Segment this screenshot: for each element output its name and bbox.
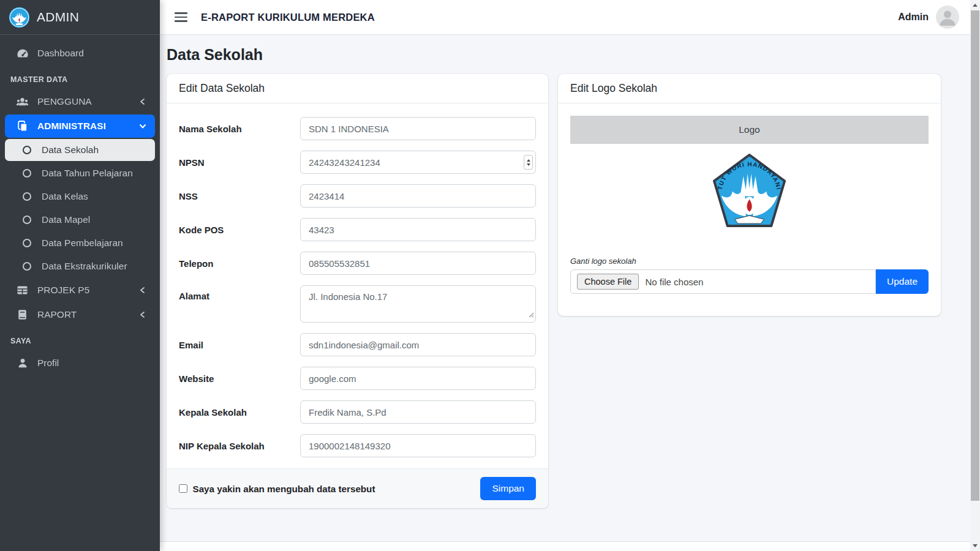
book-icon <box>15 309 30 321</box>
confirm-checkbox[interactable] <box>179 484 187 493</box>
hamburger-menu-icon[interactable] <box>175 10 187 24</box>
field-label: NSS <box>179 191 300 201</box>
nama-sekolah-input[interactable] <box>300 117 536 140</box>
form-row: Kode POS <box>179 218 536 241</box>
form-row: Nama Sekolah <box>179 117 536 140</box>
sidebar-item-label: Dashboard <box>37 48 84 59</box>
sidebar-item-data-pembelajaran[interactable]: Data Pembelajaran <box>5 232 155 254</box>
nip-kepala-sekolah-input[interactable] <box>300 434 536 457</box>
brand-title: ADMIN <box>37 10 79 24</box>
sidebar-item-label: Data Tahun Pelajaran <box>42 168 133 179</box>
tachometer-icon <box>15 47 30 59</box>
form-row: NSS <box>179 184 536 208</box>
sidebar-item-label: RAPORT <box>37 309 77 320</box>
navbar-brand[interactable]: E-RAPORT KURIKULUM MERDEKA <box>201 12 375 23</box>
scrollbar-thumb[interactable] <box>971 10 979 501</box>
chevron-left-icon <box>139 287 146 294</box>
update-button[interactable]: Update <box>876 269 929 294</box>
page-footer <box>160 541 970 551</box>
alamat-textarea[interactable]: Jl. Indonesia No.17 <box>300 285 536 323</box>
sidebar-item-data-sekolah[interactable]: Data Sekolah <box>5 139 155 161</box>
sidebar-item-profil[interactable]: Profil <box>5 351 155 375</box>
field-label: Nama Sekolah <box>179 124 300 134</box>
sidebar-section-saya: SAYA <box>0 328 160 350</box>
field-label: NIP Kepala Sekolah <box>179 441 300 451</box>
chevron-left-icon <box>139 311 146 318</box>
user-menu[interactable]: Admin <box>898 6 959 29</box>
sidebar: ADMIN Dashboard MASTER DATA <box>0 0 160 551</box>
sidebar-item-administrasi[interactable]: ADMINISTRASI <box>5 114 155 138</box>
card-title: Edit Logo Sekolah <box>558 74 941 103</box>
scroll-down-arrow-icon[interactable] <box>970 541 980 551</box>
main-content: Data Sekolah Edit Data Sekolah Nama Seko… <box>160 35 970 551</box>
username-label: Admin <box>898 12 929 23</box>
form-row: NIP Kepala Sekolah <box>179 434 536 457</box>
form-row: Alamat Jl. Indonesia No.17 <box>179 285 536 323</box>
telepon-input[interactable] <box>300 252 536 275</box>
sidebar-item-dashboard[interactable]: Dashboard <box>5 42 155 65</box>
file-input[interactable]: Choose File No file chosen <box>570 269 876 294</box>
sidebar-item-data-kelas[interactable]: Data Kelas <box>5 186 155 208</box>
sidebar-item-label: Data Ekstrakurikuler <box>42 261 127 272</box>
card-footer: Saya yakin akan mengubah data tersebut S… <box>167 468 548 508</box>
npsn-input[interactable] <box>300 151 536 174</box>
edit-logo-sekolah-card: Edit Logo Sekolah Logo TUT WURI HANDAYAN… <box>558 74 941 316</box>
sidebar-nav: Dashboard MASTER DATA PENGGUNA <box>0 35 160 375</box>
circle-icon <box>19 262 34 271</box>
form-row: Telepon <box>179 252 536 275</box>
edit-form: Nama Sekolah NPSN NSS Kode POS <box>167 103 548 468</box>
choose-file-button[interactable]: Choose File <box>577 274 639 290</box>
avatar[interactable] <box>936 6 959 29</box>
form-row: Website <box>179 367 536 390</box>
school-emblem-mini-icon <box>9 7 30 28</box>
number-spinner[interactable] <box>524 155 533 170</box>
form-row: Email <box>179 333 536 356</box>
sidebar-item-data-mapel[interactable]: Data Mapel <box>5 209 155 231</box>
logo-upload-group: Choose File No file chosen Update <box>570 269 929 294</box>
sidebar-brand[interactable]: ADMIN <box>0 0 160 35</box>
school-logo-image: TUT WURI HANDAYANI <box>570 144 929 231</box>
sidebar-section-master-data: MASTER DATA <box>0 66 160 89</box>
circle-icon <box>19 169 34 178</box>
website-input[interactable] <box>300 367 536 390</box>
top-navbar: E-RAPORT KURIKULUM MERDEKA Admin <box>160 0 970 35</box>
sidebar-item-data-tahun-pelajaran[interactable]: Data Tahun Pelajaran <box>5 162 155 184</box>
field-label: Email <box>179 340 300 350</box>
field-label: Alamat <box>179 285 300 301</box>
user-icon <box>15 357 30 369</box>
table-icon <box>15 284 30 296</box>
field-label: Website <box>179 373 300 384</box>
kode-pos-input[interactable] <box>300 218 536 241</box>
sidebar-item-projek-p5[interactable]: PROJEK P5 <box>5 279 155 302</box>
field-label: NPSN <box>179 157 300 168</box>
sidebar-item-label: PENGGUNA <box>37 96 92 107</box>
page-title: Data Sekolah <box>167 46 941 64</box>
sidebar-item-label: PROJEK P5 <box>37 285 89 296</box>
sidebar-item-label: ADMINISTRASI <box>37 121 106 132</box>
sidebar-item-data-ekstrakurikuler[interactable]: Data Ekstrakurikuler <box>5 255 155 277</box>
circle-icon <box>19 239 34 247</box>
field-label: Kode POS <box>179 225 300 235</box>
simpan-button[interactable]: Simpan <box>480 477 536 500</box>
field-label: Kepala Sekolah <box>179 407 300 418</box>
users-icon <box>15 96 30 108</box>
circle-icon <box>19 216 34 224</box>
sidebar-item-label: Data Mapel <box>42 214 90 225</box>
kepala-sekolah-input[interactable] <box>300 400 536 424</box>
email-input[interactable] <box>300 333 536 356</box>
nss-input[interactable] <box>300 184 536 208</box>
logo-header-bar: Logo <box>570 116 929 144</box>
scroll-up-arrow-icon[interactable] <box>970 0 980 10</box>
sidebar-item-pengguna[interactable]: PENGGUNA <box>5 90 155 113</box>
sidebar-item-label: Data Sekolah <box>42 144 99 156</box>
vertical-scrollbar[interactable] <box>970 0 980 551</box>
form-row: Kepala Sekolah <box>179 400 536 424</box>
confirm-label: Saya yakin akan mengubah data tersebut <box>193 484 375 494</box>
edit-data-sekolah-card: Edit Data Sekolah Nama Sekolah NPSN NSS <box>167 74 548 508</box>
chevron-left-icon <box>139 98 146 105</box>
sidebar-item-raport[interactable]: RAPORT <box>5 303 155 326</box>
sidebar-item-label: Profil <box>37 358 59 369</box>
file-status-label: No file chosen <box>645 277 703 287</box>
card-title: Edit Data Sekolah <box>167 74 548 103</box>
ganti-logo-caption: Ganti logo sekolah <box>570 257 929 266</box>
